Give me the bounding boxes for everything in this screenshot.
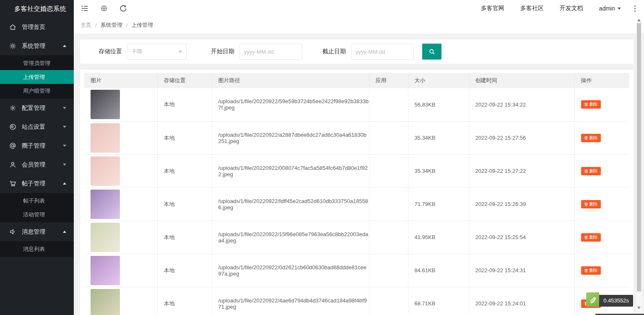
sidebar-subitem-admin-manage[interactable]: 管理员管理 xyxy=(0,56,74,70)
path-cell: /uploads/1/file/20220922/a2887dbee8dc27a… xyxy=(212,121,369,154)
storage-cell: 本地 xyxy=(157,254,212,287)
col-header-storage: 存储位置 xyxy=(157,73,212,88)
col-header-actions: 操作 xyxy=(574,73,629,88)
sidebar-item-label: 消息管理 xyxy=(22,228,63,236)
posts-submenu: 帖子列表 活动管理 xyxy=(0,193,74,222)
chevron-down-icon xyxy=(63,126,66,128)
table-row: 本地 /uploads/1/file/20220922/a2887dbee8dc… xyxy=(84,121,629,154)
delete-button[interactable]: 删除 xyxy=(581,200,601,208)
sidebar-subitem-usergroup-manage[interactable]: 用户组管理 xyxy=(0,84,74,98)
size-cell: 35.34KB xyxy=(408,121,469,154)
breadcrumb-home[interactable]: 主页 xyxy=(80,21,91,29)
breadcrumb: 主页 / 系统管理 / 上传管理 xyxy=(74,17,644,34)
size-cell: 35.34KB xyxy=(408,154,469,187)
image-thumbnail[interactable] xyxy=(91,156,120,186)
main-area: 多客官网 多客社区 开发文档 admin 主页 / 系统管理 / 上传管理 存储… xyxy=(74,0,644,315)
storage-cell: 本地 xyxy=(157,121,212,154)
link-dev-docs[interactable]: 开发文档 xyxy=(560,5,583,12)
refresh-icon[interactable] xyxy=(119,4,127,13)
path-cell: /uploads/1/file/20220922/4ae6d794db4d374… xyxy=(212,287,369,315)
sidebar-item-dashboard[interactable]: 管理首页 xyxy=(0,18,74,36)
sidebar-item-message[interactable]: 消息管理 xyxy=(0,222,74,241)
debug-time-badge[interactable]: 0.453552s xyxy=(586,292,633,307)
storage-cell: 本地 xyxy=(157,287,212,315)
cart-icon xyxy=(9,180,16,187)
app-cell xyxy=(369,254,408,287)
created-cell: 2022-09-22 15:24:31 xyxy=(469,254,574,287)
chevron-up-icon xyxy=(63,231,66,233)
scrollbar-thumb[interactable] xyxy=(637,23,641,292)
app-cell xyxy=(369,121,408,154)
collapse-menu-icon[interactable] xyxy=(80,4,89,13)
chevron-up-icon xyxy=(63,182,66,185)
user-icon xyxy=(9,161,16,168)
chevron-down-icon xyxy=(63,145,66,147)
trash-icon xyxy=(584,235,588,240)
size-cell: 71.79KB xyxy=(408,187,469,221)
path-cell: /uploads/1/file/20220922/fdff45e2cad52d6… xyxy=(212,187,369,221)
image-thumbnail[interactable] xyxy=(91,256,120,285)
user-dropdown[interactable]: admin xyxy=(599,5,621,12)
start-date-label: 开始日期 xyxy=(211,48,234,55)
delete-button[interactable]: 删除 xyxy=(581,100,601,109)
trash-icon xyxy=(584,268,588,273)
sidebar-item-config[interactable]: 配置管理 xyxy=(0,99,74,117)
image-thumbnail[interactable] xyxy=(91,190,120,219)
trash-icon xyxy=(584,136,588,140)
storage-select[interactable]: 不限 xyxy=(127,44,187,60)
sidebar-item-label: 会员管理 xyxy=(22,161,63,169)
app-cell xyxy=(369,187,408,221)
size-cell: 84.61KB xyxy=(408,254,469,287)
size-cell: 56.83KB xyxy=(408,88,469,121)
image-thumbnail[interactable] xyxy=(91,90,120,119)
chevron-down-icon xyxy=(63,164,66,166)
system-submenu: 管理员管理 上传管理 用户组管理 xyxy=(0,55,74,99)
sidebar-subitem-activity-manage[interactable]: 活动管理 xyxy=(0,208,74,221)
topbar-right: 多客官网 多客社区 开发文档 admin xyxy=(481,5,637,13)
col-header-path: 图片路径 xyxy=(212,73,369,88)
breadcrumb-system[interactable]: 系统管理 xyxy=(101,21,122,29)
table-row: 本地 /uploads/1/file/20220922/4ae6d794db4d… xyxy=(84,287,629,315)
sidebar-subitem-post-list[interactable]: 帖子列表 xyxy=(0,194,74,208)
start-date-input[interactable] xyxy=(239,44,302,60)
end-date-input[interactable] xyxy=(351,44,414,60)
more-options-icon[interactable] xyxy=(633,5,637,13)
table-header-row: 图片 存储位置 图片路径 应用 大小 创建时间 操作 xyxy=(84,73,629,88)
breadcrumb-separator: / xyxy=(126,22,128,29)
trash-icon xyxy=(584,202,588,206)
sidebar-item-circle[interactable]: 圈子管理 xyxy=(0,136,74,155)
delete-button[interactable]: 删除 xyxy=(581,233,601,242)
col-header-created: 创建时间 xyxy=(469,73,574,88)
globe-icon[interactable] xyxy=(100,4,108,13)
sidebar-item-label: 圈子管理 xyxy=(22,142,63,150)
delete-button[interactable]: 删除 xyxy=(581,266,601,275)
link-community[interactable]: 多客社区 xyxy=(520,5,544,12)
table-row: 本地 /uploads/1/file/20220922/0d2621cb60d0… xyxy=(84,254,629,287)
app-cell xyxy=(369,221,408,254)
sidebar: 多客社交婚恋系统 管理首页 系统管理 管理员管理 上传管理 用户组管理 配置管理 xyxy=(0,0,74,315)
search-button[interactable] xyxy=(422,44,441,60)
app-cell xyxy=(369,287,408,315)
sidebar-item-site-settings[interactable]: 站点设置 xyxy=(0,117,74,136)
app-title: 多客社交婚恋系统 xyxy=(0,0,74,18)
image-thumbnail[interactable] xyxy=(91,123,120,153)
delete-button[interactable]: 删除 xyxy=(581,167,601,175)
sidebar-item-posts[interactable]: 帖子管理 xyxy=(0,174,74,193)
scroll-down-arrow-icon[interactable] xyxy=(637,307,641,309)
image-thumbnail[interactable] xyxy=(91,223,120,252)
image-thumbnail[interactable] xyxy=(91,289,120,315)
chevron-down-icon xyxy=(618,8,621,10)
created-cell: 2022-09-22 15:27:56 xyxy=(469,121,574,154)
table-row: 本地 /uploads/1/file/20220922/15f96e085e79… xyxy=(84,221,629,254)
sidebar-item-label: 站点设置 xyxy=(22,123,63,131)
storage-cell: 本地 xyxy=(157,88,212,121)
delete-button[interactable]: 删除 xyxy=(581,134,601,142)
path-cell: /uploads/1/file/20220922/008074c7fac5a58… xyxy=(212,154,369,187)
sidebar-subitem-upload-manage[interactable]: 上传管理 xyxy=(0,70,74,84)
scroll-up-arrow-icon[interactable] xyxy=(637,19,641,21)
sidebar-item-member[interactable]: 会员管理 xyxy=(0,155,74,174)
sidebar-item-label: 帖子管理 xyxy=(22,180,63,187)
link-official-site[interactable]: 多客官网 xyxy=(481,5,504,12)
sidebar-subitem-message-list[interactable]: 消息列表 xyxy=(0,242,74,256)
sidebar-item-system[interactable]: 系统管理 xyxy=(0,36,74,55)
